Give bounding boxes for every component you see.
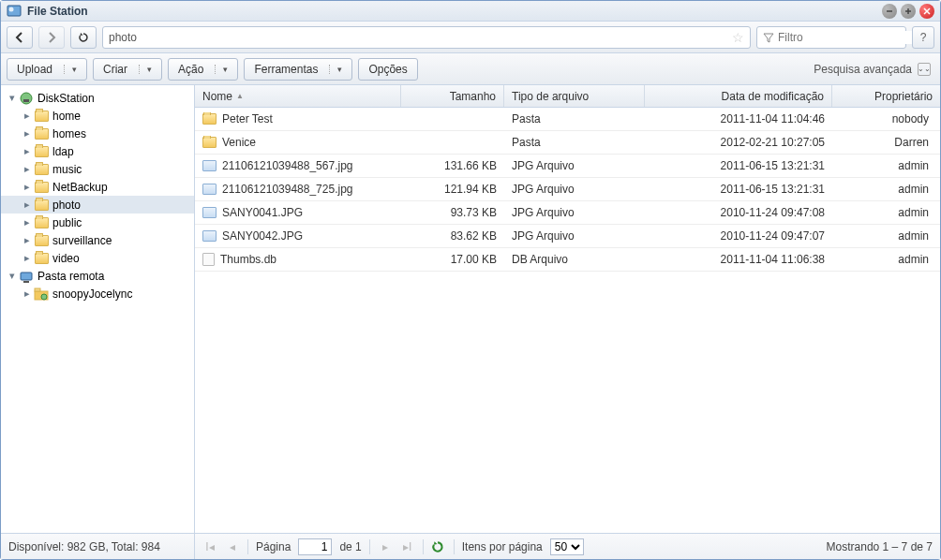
file-name: SANY0042.JPG xyxy=(222,229,303,243)
file-type: JPG Arquivo xyxy=(504,183,645,196)
tree-item-homes[interactable]: ▸homes xyxy=(1,125,194,142)
tree-root-diskstation[interactable]: ▾DiskStation xyxy=(1,89,194,107)
image-file-icon xyxy=(202,160,217,171)
file-owner: nobody xyxy=(832,112,940,125)
page-label: Página xyxy=(256,540,291,553)
folder-icon xyxy=(202,137,217,148)
tree-item-NetBackup[interactable]: ▸NetBackup xyxy=(1,178,194,196)
file-name: Peter Test xyxy=(222,112,273,125)
folder-icon xyxy=(34,180,49,195)
file-owner: Darren xyxy=(832,136,940,149)
file-type: JPG Arquivo xyxy=(504,206,645,219)
tree-item-snoopyJocelync[interactable]: ▸snoopyJocelync xyxy=(1,285,194,302)
network-folder-icon xyxy=(34,287,49,302)
file-owner: admin xyxy=(832,229,940,243)
image-file-icon xyxy=(202,184,217,195)
table-row[interactable]: Peter TestPasta2011-11-04 11:04:46nobody xyxy=(195,108,940,131)
file-type: Pasta xyxy=(504,136,645,149)
file-date: 2011-06-15 13:21:31 xyxy=(645,159,832,172)
action-button[interactable]: Ação▾ xyxy=(168,58,238,81)
help-button[interactable]: ? xyxy=(912,26,934,49)
folder-icon xyxy=(34,126,49,141)
tree-item-music[interactable]: ▸music xyxy=(1,160,194,178)
file-date: 2012-02-21 10:27:05 xyxy=(645,136,832,149)
nav-forward-button[interactable] xyxy=(38,26,65,49)
file-size: 83.62 KB xyxy=(401,229,504,243)
tree-item-surveillance[interactable]: ▸surveillance xyxy=(1,231,194,249)
file-name: 211061210394​88_725.jpg xyxy=(222,183,352,196)
tree-item-video[interactable]: ▸video xyxy=(1,249,194,267)
svg-rect-10 xyxy=(23,281,29,283)
tree-root-remote[interactable]: ▾Pasta remota xyxy=(1,267,194,285)
page-next-button[interactable]: ▸ xyxy=(378,540,393,553)
file-date: 2011-11-04 11:06:38 xyxy=(645,253,832,266)
tree-item-public[interactable]: ▸public xyxy=(1,214,194,231)
file-date: 2010-11-24 09:47:07 xyxy=(645,229,832,243)
nav-back-button[interactable] xyxy=(7,26,33,49)
path-input[interactable] xyxy=(109,31,732,44)
image-file-icon xyxy=(202,230,217,242)
nav-refresh-button[interactable] xyxy=(70,26,97,49)
file-date: 2011-11-04 11:04:46 xyxy=(645,112,832,125)
column-name[interactable]: Nome xyxy=(195,85,401,107)
table-row[interactable]: SANY0041.JPG93.73 KBJPG Arquivo2010-11-2… xyxy=(195,201,940,225)
file-date: 2011-06-15 13:21:31 xyxy=(645,183,832,196)
file-size: 131.66 KB xyxy=(401,159,504,172)
options-button[interactable]: Opções xyxy=(358,58,417,81)
folder-icon xyxy=(202,113,217,125)
file-date: 2010-11-24 09:47:08 xyxy=(645,206,832,219)
page-last-button[interactable]: ▸I xyxy=(400,540,415,553)
column-owner[interactable]: Proprietário xyxy=(832,85,940,107)
filter-icon xyxy=(763,32,774,43)
svg-rect-9 xyxy=(21,273,32,280)
upload-button[interactable]: Upload▾ xyxy=(7,58,87,81)
table-row[interactable]: VenicePasta2012-02-21 10:27:05Darren xyxy=(195,131,940,155)
table-row[interactable]: 211061210394​88_725.jpg121.94 KBJPG Arqu… xyxy=(195,178,940,201)
folder-icon xyxy=(34,198,49,213)
file-name: Venice xyxy=(222,136,256,149)
items-per-page-select[interactable]: 50 xyxy=(550,538,584,555)
file-owner: admin xyxy=(832,206,940,219)
column-date[interactable]: Data de modificação xyxy=(645,85,832,107)
close-button[interactable] xyxy=(919,4,934,19)
folder-icon xyxy=(34,144,49,159)
maximize-button[interactable] xyxy=(901,4,916,19)
svg-point-7 xyxy=(21,93,32,104)
folder-icon xyxy=(34,109,49,124)
page-first-button[interactable]: I◂ xyxy=(202,540,217,553)
folder-icon xyxy=(34,215,49,230)
tree-item-ldap[interactable]: ▸ldap xyxy=(1,142,194,160)
favorite-icon[interactable]: ☆ xyxy=(732,30,744,45)
minimize-button[interactable] xyxy=(882,4,897,19)
file-type: DB Arquivo xyxy=(504,253,645,266)
column-size[interactable]: Tamanho xyxy=(401,85,504,107)
column-type[interactable]: Tipo de arquivo xyxy=(504,85,645,107)
tools-button[interactable]: Ferramentas▾ xyxy=(244,58,352,81)
svg-point-1 xyxy=(9,7,14,11)
table-row[interactable]: SANY0042.JPG83.62 KBJPG Arquivo2010-11-2… xyxy=(195,225,940,248)
path-input-box[interactable]: ☆ xyxy=(102,26,751,49)
table-row[interactable]: 211061210394​88_567.jpg131.66 KBJPG Arqu… xyxy=(195,155,940,178)
folder-icon xyxy=(34,251,49,266)
advanced-search-link[interactable]: Pesquisa avançada ⌄⌄ xyxy=(814,63,934,76)
file-owner: admin xyxy=(832,159,940,172)
tree-item-photo[interactable]: ▸photo xyxy=(1,196,194,214)
page-prev-button[interactable]: ◂ xyxy=(225,540,240,553)
file-size: 93.73 KB xyxy=(401,206,504,219)
file-size: 121.94 KB xyxy=(401,183,504,196)
folder-icon xyxy=(34,233,49,248)
filter-input[interactable] xyxy=(778,31,919,44)
disk-icon xyxy=(19,91,34,106)
items-per-page-label: Itens por página xyxy=(462,540,543,553)
create-button[interactable]: Criar▾ xyxy=(93,58,162,81)
file-type: JPG Arquivo xyxy=(504,159,645,172)
page-refresh-button[interactable] xyxy=(431,540,446,553)
tree-item-home[interactable]: ▸home xyxy=(1,107,194,125)
filter-box[interactable] xyxy=(756,26,906,49)
page-input[interactable] xyxy=(298,538,332,555)
window-title: File Station xyxy=(27,5,878,18)
file-name: Thumbs.db xyxy=(220,253,276,266)
file-type: JPG Arquivo xyxy=(504,229,645,243)
file-name: 211061210394​88_567.jpg xyxy=(222,159,352,172)
table-row[interactable]: Thumbs.db17.00 KBDB Arquivo2011-11-04 11… xyxy=(195,248,940,272)
